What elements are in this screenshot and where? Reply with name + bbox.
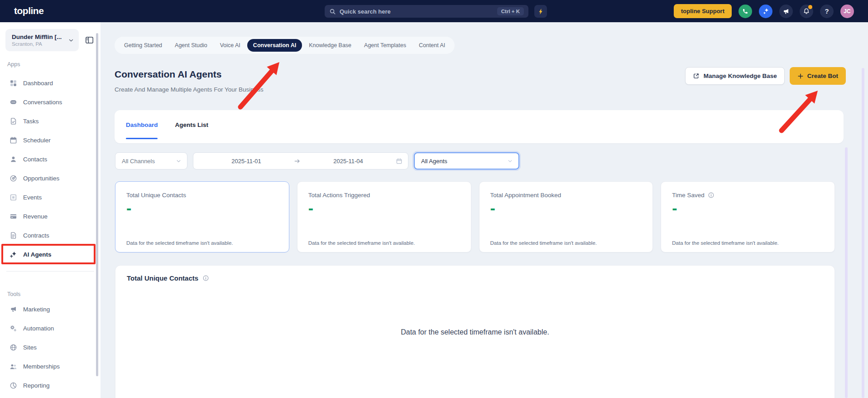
- stat-value: -: [126, 203, 278, 213]
- sidebar: Dunder Mifflin [... Scranton, PA Apps Da…: [0, 22, 101, 398]
- tab-content-ai[interactable]: Content AI: [413, 39, 451, 52]
- question-icon: ?: [825, 7, 829, 15]
- date-to-value: 2025-11-04: [301, 158, 396, 165]
- empty-state-message: Data for the selected timeframe isn't av…: [115, 328, 834, 336]
- stat-value: -: [490, 203, 642, 213]
- notifications-button[interactable]: [800, 5, 813, 18]
- active-tab-underline: [126, 138, 158, 139]
- sidebar-item-automation[interactable]: Automation: [0, 319, 96, 338]
- sidebar-item-reporting[interactable]: Reporting: [0, 376, 96, 395]
- page-scrollbar[interactable]: [862, 68, 864, 398]
- sidebar-item-ai-agents[interactable]: AI Agents: [0, 245, 96, 264]
- sidebar-section-tools: Tools: [7, 291, 20, 297]
- sidebar-item-conversations[interactable]: Conversations: [0, 92, 96, 112]
- channels-select[interactable]: All Channels: [115, 152, 187, 170]
- quick-actions-button[interactable]: [534, 5, 547, 18]
- external-link-icon: [693, 73, 700, 79]
- announcements-button[interactable]: [779, 5, 793, 18]
- ai-sparkle-icon: [10, 251, 17, 258]
- sidebar-item-sites[interactable]: Sites: [0, 338, 96, 357]
- page-title: Conversation AI Agents: [115, 69, 221, 80]
- events-icon: [10, 194, 17, 201]
- topbar-right-cluster: topline Support: [674, 4, 854, 18]
- stat-card-time-saved[interactable]: Time Saved - Data for the selected timef…: [661, 181, 835, 252]
- tabs-card: Dashboard Agents List: [115, 110, 844, 143]
- org-switcher[interactable]: Dunder Mifflin [... Scranton, PA: [5, 29, 79, 51]
- avatar[interactable]: JC: [840, 5, 854, 18]
- report-chart-icon: [10, 382, 17, 389]
- manage-knowledge-base-button[interactable]: Manage Knowledge Base: [685, 67, 785, 85]
- sidebar-apps-list: Dashboard Conversations Tasks Scheduler …: [0, 73, 96, 264]
- date-range-picker[interactable]: 2025-11-01 2025-11-04: [193, 152, 408, 170]
- stat-card-total-actions-triggered[interactable]: Total Actions Triggered - Data for the s…: [297, 181, 471, 252]
- annotation-arrow-conversation-ai: [233, 57, 288, 113]
- stat-value: -: [672, 203, 824, 213]
- stat-card-total-unique-contacts[interactable]: Total Unique Contacts - Data for the sel…: [115, 181, 289, 252]
- lightning-icon: [537, 8, 544, 15]
- header-actions: Manage Knowledge Base Create Bot: [685, 67, 846, 85]
- chevron-down-icon: [507, 158, 513, 164]
- tab-agents-list[interactable]: Agents List: [175, 121, 209, 128]
- person-icon: [10, 155, 17, 163]
- topline-logo: topline: [14, 5, 43, 16]
- sidebar-item-scheduler[interactable]: Scheduler: [0, 131, 96, 150]
- agents-select[interactable]: All Agents: [414, 152, 519, 170]
- ai-assist-button[interactable]: [759, 5, 772, 18]
- target-icon: [10, 175, 17, 182]
- sidebar-item-contacts[interactable]: Contacts: [0, 150, 96, 169]
- stat-card-total-appointment-booked[interactable]: Total Appointment Booked - Data for the …: [479, 181, 653, 252]
- search-shortcut-badge: Ctrl + K: [497, 7, 524, 15]
- org-name: Dunder Mifflin [...: [12, 34, 68, 40]
- tab-conversation-ai[interactable]: Conversation AI: [247, 39, 302, 52]
- info-icon[interactable]: [202, 275, 209, 282]
- ai-nav-pills: Getting Started Agent Studio Voice AI Co…: [115, 37, 455, 54]
- sidebar-collapse-button[interactable]: [85, 36, 94, 44]
- info-icon[interactable]: [708, 192, 715, 199]
- inner-scrollbar[interactable]: [845, 147, 848, 398]
- phone-icon: [742, 8, 749, 15]
- tab-agent-templates[interactable]: Agent Templates: [358, 39, 412, 52]
- date-from-value: 2025-11-01: [199, 158, 294, 165]
- tab-getting-started[interactable]: Getting Started: [118, 39, 168, 52]
- sidebar-item-contracts[interactable]: Contracts: [0, 226, 96, 245]
- sidebar-section-apps: Apps: [7, 61, 20, 68]
- dashboard-icon: [10, 79, 17, 87]
- conversations-icon: [10, 98, 17, 106]
- stat-cards-row: Total Unique Contacts - Data for the sel…: [115, 181, 835, 252]
- megaphone-gray-icon: [10, 306, 17, 313]
- stat-value: -: [308, 203, 460, 213]
- sidebar-item-revenue[interactable]: Revenue: [0, 207, 96, 226]
- app-window: topline Quick search here Ctrl + K topli…: [0, 0, 868, 398]
- sidebar-item-marketing[interactable]: Marketing: [0, 300, 96, 319]
- chevron-down-icon: [68, 37, 74, 44]
- sidebar-item-tasks[interactable]: Tasks: [0, 112, 96, 131]
- sidebar-item-memberships[interactable]: Memberships: [0, 357, 96, 376]
- sidebar-item-events[interactable]: Events: [0, 188, 96, 207]
- phone-button[interactable]: [739, 5, 752, 18]
- tasks-icon: [10, 117, 17, 125]
- search-input[interactable]: Quick search here Ctrl + K: [325, 5, 528, 18]
- sidebar-item-dashboard[interactable]: Dashboard: [0, 73, 96, 92]
- globe-icon: [10, 344, 17, 351]
- sparkles-icon: [762, 7, 770, 15]
- sidebar-divider: [6, 271, 94, 272]
- gears-icon: [10, 325, 17, 332]
- search-icon: [329, 8, 336, 15]
- create-bot-button[interactable]: Create Bot: [790, 67, 846, 85]
- document-icon: [10, 232, 17, 239]
- sidebar-tools-list: Marketing Automation Sites Memberships R…: [0, 300, 96, 395]
- chevron-down-icon: [176, 158, 182, 164]
- help-button[interactable]: ?: [820, 5, 834, 18]
- sidebar-item-opportunities[interactable]: Opportunities: [0, 169, 96, 188]
- tab-voice-ai[interactable]: Voice AI: [214, 39, 246, 52]
- tab-agent-studio[interactable]: Agent Studio: [169, 39, 213, 52]
- tab-knowledge-base[interactable]: Knowledge Base: [303, 39, 357, 52]
- people-icon: [10, 363, 17, 370]
- page-subtitle: Create And Manage Multiple Agents For Yo…: [115, 86, 264, 93]
- megaphone-icon: [782, 8, 790, 15]
- arrow-right-icon: [294, 158, 301, 165]
- tab-dashboard[interactable]: Dashboard: [126, 121, 158, 128]
- org-location: Scranton, PA: [12, 41, 68, 47]
- support-button[interactable]: topline Support: [674, 4, 732, 18]
- sidebar-scrollbar[interactable]: [96, 33, 98, 376]
